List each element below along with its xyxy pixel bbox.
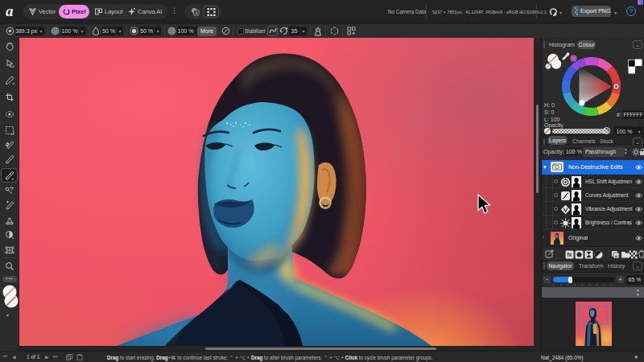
svg-text:fx: fx xyxy=(568,252,572,257)
